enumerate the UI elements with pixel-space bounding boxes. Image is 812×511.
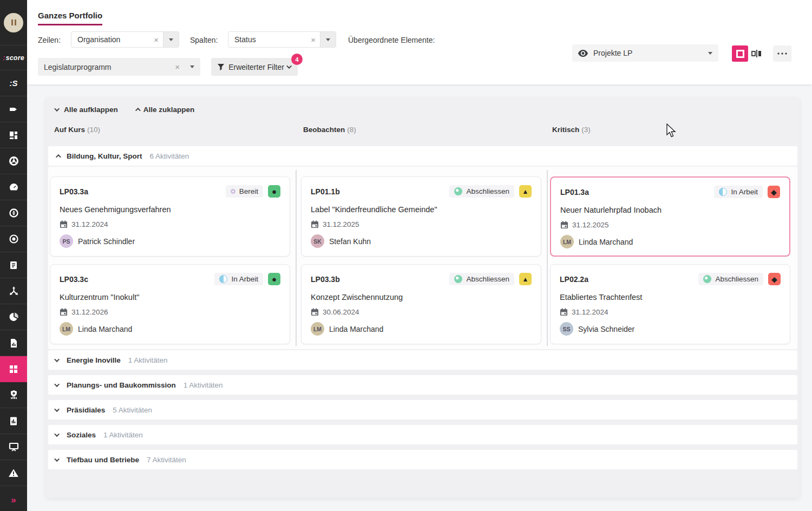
calendar-icon [560,221,568,229]
dashboard-icon [9,130,18,140]
legislaturprogramm-clear-icon[interactable]: × [171,62,184,71]
zeilen-select[interactable]: Organisation × [71,31,179,48]
group-header-energie-inoville[interactable]: Energie Inoville 1 Aktivitäten [48,350,797,370]
funnel-icon [217,63,225,71]
sidebar-item-hierarchy[interactable] [0,278,27,304]
hierarchy-icon [9,286,19,296]
journal-icon [9,260,18,270]
zeilen-caret[interactable] [163,32,179,47]
card-id: LP02.2a [560,275,588,284]
avatar: LM [560,235,574,248]
sidebar-item-target[interactable] [0,226,27,252]
expand-all-button[interactable]: Alle aufklappen [53,103,121,116]
due-date: 31.12.2025 [323,220,359,228]
sidebar-item-presentation[interactable] [0,434,27,460]
card-title: Neuer Naturlehrpfad Inobach [560,206,780,214]
portfolio-board: Alle aufklappen Alle zuklappen Auf Kurs(… [46,97,800,498]
status-chip: Abschliessen [698,273,763,285]
chevron-down-icon [54,382,60,387]
tab-ganzes-portfolio[interactable]: Ganzes Portfolio [38,11,102,25]
ansicht-caret[interactable] [702,52,718,55]
grid-icon [9,364,18,374]
calendar-icon [311,220,319,228]
activity-card-lp03-3a[interactable]: LP03.3a Bereit Neues Genehmigungsverfahr… [50,176,290,257]
activity-card-lp03-3c[interactable]: LP03.3c In Arbeit Kulturzentrum "Inokult… [50,264,290,344]
card-title: Label "Kinderfreundliche Gemeinde" [311,205,532,214]
card-view-toggle-button[interactable] [732,45,748,62]
card-id: LP01.1b [311,187,340,196]
health-red-diamond-icon [768,273,781,285]
sidebar-item-milestones[interactable] [0,96,27,122]
sidebar-item-helm[interactable] [0,148,27,174]
column-header-auf-kurs: Auf Kurs(10) [54,126,100,134]
sidebar-item-score[interactable]: :S [0,70,27,96]
filter-count-badge: 4 [291,54,303,65]
sidebar-item-dashboard[interactable] [0,122,27,148]
sync-circle-icon [9,208,19,218]
card-id: LP03.3c [60,275,88,284]
chevron-down-icon [54,357,60,362]
card-title: Etabliertes Trachtenfest [560,293,781,302]
chevron-down-icon [286,63,292,69]
sidebar-item-sync[interactable] [0,200,27,226]
more-options-button[interactable] [773,45,791,62]
sidebar-item-stats[interactable] [0,408,27,434]
sidebar-collapse[interactable]: » [0,489,27,511]
erweiterter-filter-label: Erweiterter Filter [228,63,284,71]
app-sidebar: :score :S » [0,0,27,511]
collapse-all-button[interactable]: Alle zuklappen [132,103,198,116]
activity-card-lp02-2a[interactable]: LP02.2a Abschliessen Etabliertes Trachte… [550,264,790,344]
column-view-toggle-button[interactable] [750,48,763,60]
legislaturprogramm-caret[interactable] [184,65,200,68]
activity-card-lp01-3a-selected[interactable]: LP01.3a In Arbeit Neuer Naturlehrpfad In… [550,176,790,257]
cards-area: LP03.3a Bereit Neues Genehmigungsverfahr… [48,167,797,349]
card-title: Kulturzentrum "Inokult" [60,293,280,302]
group-header-bildung-kultur-sport[interactable]: Bildung, Kultur, Sport 6 Aktivitäten [48,146,797,166]
expand-controls: Alle aufklappen Alle zuklappen [53,103,198,116]
sidebar-item-journal[interactable] [0,252,27,278]
status-chip: In Arbeit [714,186,763,198]
owner-name: Linda Marchand [329,325,383,333]
column-header-beobachten: Beobachten(8) [303,126,356,134]
calendar-icon [60,220,68,228]
zeilen-label: Zeilen: [38,36,61,44]
erweiterter-filter-button[interactable]: Erweiterter Filter [211,58,298,76]
group-header-tiefbau-und-betriebe[interactable]: Tiefbau und Betriebe 7 Aktivitäten [48,450,797,469]
group-header-soziales[interactable]: Soziales 1 Aktivitäten [48,425,797,444]
status-abschliessen-icon [454,187,462,195]
sidebar-item-shield[interactable] [0,382,27,408]
zeilen-clear-icon[interactable]: × [149,35,163,44]
health-green-circle-icon [268,185,280,198]
sidebar-item-pie[interactable] [0,304,27,330]
sidebar-item-portfolio-active[interactable] [0,356,27,382]
score-s-icon: :S [10,78,18,88]
status-abschliessen-icon [454,275,462,283]
owner-name: Patrick Schindler [78,237,135,246]
group-header-planungs-und-baukommission[interactable]: Planungs- und Baukommission 1 Aktivitäte… [48,375,797,395]
group-header-praesidiales[interactable]: Präsidiales 5 Aktivitäten [48,400,797,420]
page-header: Ganzes Portfolio Zeilen: Organisation × … [27,0,812,84]
status-chip: Abschliessen [449,273,514,285]
file-chart-icon [9,338,18,348]
spalten-label: Spalten: [190,36,218,44]
sidebar-item-risks[interactable] [0,460,27,486]
activity-card-lp01-1b[interactable]: LP01.1b Abschliessen Label "Kinderfreund… [301,176,541,257]
avatar: SK [311,234,324,248]
chevron-down-icon [708,52,712,55]
health-yellow-triangle-icon [519,273,532,285]
pause-button[interactable] [4,13,23,32]
owner-name: Linda Marchand [78,325,132,333]
sidebar-item-gauge[interactable] [0,174,27,200]
chevron-up-icon [55,154,61,159]
spalten-clear-icon[interactable]: × [306,35,320,44]
spalten-select[interactable]: Status × [228,31,336,48]
ellipsis-icon [777,53,787,55]
status-chip: In Arbeit [214,273,263,285]
legislaturprogramm-select[interactable]: Legislaturprogramm × [38,58,200,76]
signpost-arrow-icon [9,104,18,114]
ansicht-select[interactable]: Projekte LP [572,44,718,62]
spalten-caret[interactable] [320,32,336,47]
owner-name: Stefan Kuhn [329,237,371,246]
sidebar-item-report[interactable] [0,330,27,356]
activity-card-lp03-3b[interactable]: LP03.3b Abschliessen Konzept Zwischennut… [301,264,541,344]
